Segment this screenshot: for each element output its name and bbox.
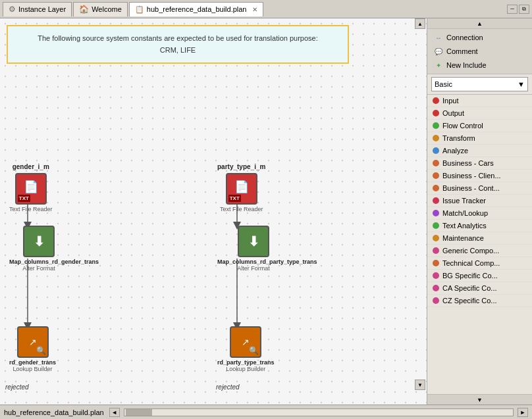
cz-specific-dot (433, 297, 439, 304)
maintenance-dot (433, 235, 439, 241)
comp-input[interactable]: Input (427, 95, 532, 107)
node-map-gender-sub: Alter Format (9, 265, 68, 272)
comp-business-cont[interactable]: Business - Cont... (427, 182, 532, 195)
component-list: Input Output Flow Control Transform Anal… (427, 95, 532, 394)
info-line2: CRM, LIFE (160, 46, 196, 54)
minimize-button[interactable]: ─ (507, 5, 518, 14)
input-dot (433, 97, 439, 104)
transform-dot (433, 135, 439, 141)
comp-output[interactable]: Output (427, 107, 532, 120)
match-lookup-dot (433, 210, 439, 216)
horizontal-scrollbar[interactable] (124, 408, 514, 416)
tab-instance-layer[interactable]: ⚙ Instance Layer (3, 2, 72, 16)
output-dot (433, 110, 439, 116)
tab-welcome[interactable]: 🏠 Welcome (73, 2, 128, 16)
node-rd-party-box[interactable]: ↗ 🔍 (230, 326, 261, 358)
right-panel-scroll-down[interactable]: ▼ (427, 394, 532, 405)
comp-text-analytics-label: Text Analytics (442, 222, 487, 230)
tab-instance-layer-label: Instance Layer (18, 5, 66, 13)
node-party-sub: Text File Reader (220, 206, 263, 212)
node-party-name: party_type_i_m (217, 163, 265, 170)
window-controls: ─ ⧉ (507, 5, 529, 14)
txt-badge: TXT (18, 195, 30, 202)
comp-flow-control[interactable]: Flow Control (427, 120, 532, 132)
analyze-dot (433, 147, 439, 154)
dropdown-value: Basic (435, 80, 452, 88)
connection-icon: ↔ (434, 33, 443, 42)
comp-bg-specific-label: BG Specific Co... (442, 272, 498, 280)
chevron-down-icon: ▼ (518, 80, 525, 88)
bg-specific-dot (433, 272, 439, 279)
comp-issue-tracker-label: Issue Tracker (442, 197, 486, 205)
info-box: The following source system constants ar… (7, 25, 349, 64)
new-include-item[interactable]: ✦ New Include (431, 59, 528, 71)
node-map-gender-box[interactable]: ⬇ (23, 226, 55, 257)
comment-item[interactable]: 💬 Comment (431, 45, 528, 57)
restore-button[interactable]: ⧉ (519, 5, 529, 14)
node-rd-gender-sub: Lookup Builder (9, 366, 56, 372)
comp-technical-comp[interactable]: Technical Comp... (427, 257, 532, 270)
hub-plan-icon: 📋 (135, 5, 144, 14)
comp-issue-tracker[interactable]: Issue Tracker (427, 195, 532, 207)
status-bar: hub_reference_data_build.plan ◄ ► (0, 405, 532, 419)
generic-compo-dot (433, 247, 439, 254)
technical-comp-dot (433, 260, 439, 266)
connection-arrows (0, 18, 427, 405)
business-cars-dot (433, 160, 439, 166)
business-clien-dot (433, 172, 439, 179)
right-panel-scroll-up[interactable]: ▲ (427, 18, 532, 29)
component-dropdown[interactable]: Basic ▼ (431, 77, 528, 91)
connection-item[interactable]: ↔ Connection (431, 32, 528, 43)
comment-label: Comment (446, 47, 478, 55)
node-rd-party-type[interactable]: ↗ 🔍 rd_party_type_trans Lookup Builder (217, 326, 275, 372)
alter-format-icon: ⬇ (34, 234, 45, 249)
dropdown-container: Basic ▼ (427, 74, 532, 95)
connection-label: Connection (446, 34, 483, 41)
node-party-type-i-m[interactable]: party_type_i_m TXT 📄 Text File Reader (217, 163, 265, 212)
comp-flow-control-label: Flow Control (442, 122, 483, 130)
comp-bg-specific[interactable]: BG Specific Co... (427, 270, 532, 282)
scroll-down-button[interactable]: ▼ (415, 380, 425, 390)
comp-transform[interactable]: Transform (427, 132, 532, 145)
tab-close-button[interactable]: ✕ (252, 6, 257, 13)
node-party-box[interactable]: TXT 📄 (226, 173, 257, 205)
comp-generic-compo[interactable]: Generic Compo... (427, 245, 532, 257)
txt-badge-2: TXT (228, 195, 241, 202)
instance-layer-icon: ⚙ (9, 5, 16, 14)
node-map-party-box[interactable]: ⬇ (238, 226, 269, 257)
right-panel-header: ↔ Connection 💬 Comment ✦ New Include (427, 29, 532, 74)
new-include-label: New Include (446, 61, 487, 69)
comp-cz-specific[interactable]: CZ Specific Co... (427, 295, 532, 307)
right-panel: ▲ ↔ Connection 💬 Comment ✦ New Include B… (427, 18, 532, 405)
canvas-area[interactable]: ▲ ▼ The following source system constant… (0, 18, 427, 405)
node-map-party-type[interactable]: ⬇ Map_columns_rd_party_type_trans Alter … (217, 226, 290, 272)
comp-business-clien[interactable]: Business - Clien... (427, 170, 532, 182)
node-map-party-sub: Alter Format (217, 265, 290, 272)
rejected-label-1: rejected (5, 383, 29, 391)
comp-analyze-label: Analyze (442, 147, 468, 155)
node-map-gender[interactable]: ⬇ Map_columns_rd_gender_trans Alter Form… (9, 226, 68, 272)
magnifier-icon: 🔍 (36, 346, 46, 355)
new-include-icon: ✦ (434, 61, 443, 70)
comp-business-cont-label: Business - Cont... (442, 184, 500, 192)
welcome-icon: 🏠 (79, 5, 89, 14)
scroll-left-button[interactable]: ◄ (109, 408, 120, 417)
comp-text-analytics[interactable]: Text Analytics (427, 220, 532, 232)
node-gender-box[interactable]: TXT 📄 (15, 173, 47, 205)
comp-ca-specific[interactable]: CA Specific Co... (427, 282, 532, 295)
scroll-right-button[interactable]: ► (518, 408, 528, 417)
comp-analyze[interactable]: Analyze (427, 145, 532, 157)
tab-hub-plan[interactable]: 📋 hub_reference_data_build.plan ✕ (129, 2, 263, 16)
comp-maintenance[interactable]: Maintenance (427, 232, 532, 245)
node-gender-sub: Text File Reader (9, 206, 53, 212)
comp-business-cars[interactable]: Business - Cars (427, 157, 532, 170)
node-gender-i-m[interactable]: gender_i_m TXT 📄 Text File Reader (9, 163, 53, 212)
comp-transform-label: Transform (442, 134, 475, 142)
scroll-up-button[interactable]: ▲ (415, 18, 425, 29)
node-rd-gender-box[interactable]: ↗ 🔍 (17, 326, 49, 358)
comp-match-lookup[interactable]: Match/Lookup (427, 207, 532, 220)
node-rd-gender[interactable]: ↗ 🔍 rd_gender_trans Lookup Builder (9, 326, 56, 372)
comp-output-label: Output (442, 109, 464, 117)
tab-welcome-label: Welcome (92, 5, 122, 13)
comp-technical-comp-label: Technical Comp... (442, 259, 500, 267)
